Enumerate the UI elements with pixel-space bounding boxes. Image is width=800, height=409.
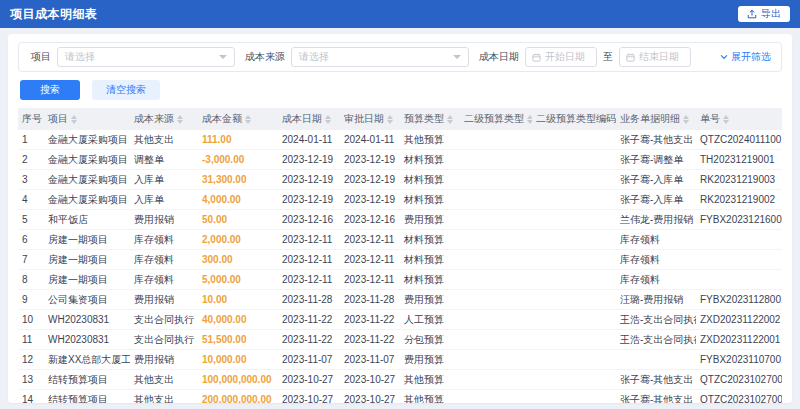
table-cell: 费用报销 xyxy=(130,350,198,370)
table-cell xyxy=(532,270,616,290)
table-header-row: 序号项目成本来源成本金额成本日期审批日期预算类型二级预算类型二级预算类型编码业务… xyxy=(18,108,782,130)
table-cell xyxy=(532,310,616,330)
table-cell xyxy=(460,330,532,350)
table-cell xyxy=(532,370,616,390)
search-button[interactable]: 搜索 xyxy=(20,80,80,100)
table-cell: 2023-12-11 xyxy=(340,270,400,290)
table-cell: 其他预算 xyxy=(400,390,460,404)
table-row: 3金融大厦采购项目入库单31,300.002023-12-192023-12-1… xyxy=(18,170,782,190)
table-cell: 13 xyxy=(18,370,44,390)
sort-icon[interactable] xyxy=(71,115,77,124)
table-cell: 库存领料 xyxy=(616,270,696,290)
sort-icon[interactable] xyxy=(177,115,183,124)
table-cell: 分包预算 xyxy=(400,330,460,350)
column-header[interactable]: 二级预算类型编码 xyxy=(532,108,616,130)
filter-bar: 项目 请选择 成本来源 请选择 成本日期 开始日期 至 xyxy=(18,42,782,72)
table-cell: QTZC20231027002 xyxy=(696,390,782,404)
table-cell: QTZC20231027002 xyxy=(696,370,782,390)
column-label: 成本来源 xyxy=(134,113,174,124)
calendar-icon xyxy=(626,53,635,62)
table-cell: 3 xyxy=(18,170,44,190)
table-cell xyxy=(460,270,532,290)
column-header[interactable]: 审批日期 xyxy=(340,108,400,130)
table-cell xyxy=(532,190,616,210)
table-cell xyxy=(532,330,616,350)
table-cell: 51,500.00 xyxy=(198,330,278,350)
table-cell: 结转预算项目 xyxy=(44,370,130,390)
column-label: 预算类型 xyxy=(404,113,444,124)
table-cell xyxy=(696,270,782,290)
table-cell: 40,000.00 xyxy=(198,310,278,330)
sort-icon[interactable] xyxy=(245,115,251,124)
table-cell: 入库单 xyxy=(130,170,198,190)
end-date-input[interactable]: 结束日期 xyxy=(619,47,691,67)
expand-filter-link[interactable]: 展开筛选 xyxy=(720,50,771,64)
sort-icon[interactable] xyxy=(325,115,331,124)
date-filter-label: 成本日期 xyxy=(479,50,519,64)
table-cell: 材料预算 xyxy=(400,270,460,290)
clear-search-button[interactable]: 清空搜索 xyxy=(92,80,160,100)
column-header[interactable]: 项目 xyxy=(44,108,130,130)
column-header[interactable]: 业务单据明细 xyxy=(616,108,696,130)
table-cell: 金融大厦采购项目 xyxy=(44,170,130,190)
table-cell: 2023-12-19 xyxy=(340,170,400,190)
table-cell xyxy=(532,170,616,190)
table-cell: 张子骞-其他支出 xyxy=(616,370,696,390)
table-cell: 王浩-支出合同执行 xyxy=(616,310,696,330)
chevron-down-icon xyxy=(453,55,461,59)
sort-icon[interactable] xyxy=(447,115,453,124)
column-header[interactable]: 成本日期 xyxy=(278,108,340,130)
table-cell: 4 xyxy=(18,190,44,210)
table-cell xyxy=(460,350,532,370)
table-cell: 2023-10-27 xyxy=(340,390,400,404)
table-cell: 2023-11-22 xyxy=(340,310,400,330)
table-row: 4金融大厦采购项目入库单4,000.002023-12-192023-12-19… xyxy=(18,190,782,210)
cost-source-select[interactable]: 请选择 xyxy=(291,47,469,67)
chevron-down-icon xyxy=(720,53,728,61)
table-cell: 11 xyxy=(18,330,44,350)
column-label: 成本日期 xyxy=(282,113,322,124)
table-cell: 2023-11-07 xyxy=(340,350,400,370)
table-cell: 2023-12-19 xyxy=(340,190,400,210)
table-cell: 2023-10-27 xyxy=(278,370,340,390)
table-row: 5和平饭店费用报销50.002023-12-162023-12-16费用预算兰伟… xyxy=(18,210,782,230)
table-cell xyxy=(460,130,532,150)
table-cell: 支出合同执行 xyxy=(130,310,198,330)
table-cell xyxy=(460,370,532,390)
table-cell: 张子骞-其他支出 xyxy=(616,130,696,150)
project-filter-label: 项目 xyxy=(31,50,51,64)
table-cell: 12 xyxy=(18,350,44,370)
project-select[interactable]: 请选择 xyxy=(57,47,235,67)
column-header[interactable]: 单号 xyxy=(696,108,782,130)
export-button[interactable]: 导出 xyxy=(738,6,790,22)
sort-icon[interactable] xyxy=(387,115,393,124)
table-cell: 材料预算 xyxy=(400,250,460,270)
table-cell xyxy=(460,210,532,230)
table-cell: 200,000,000.00 xyxy=(198,390,278,404)
table-cell: 2023-12-19 xyxy=(340,150,400,170)
table-cell xyxy=(460,290,532,310)
table-cell xyxy=(460,170,532,190)
column-header[interactable]: 预算类型 xyxy=(400,108,460,130)
table-cell xyxy=(532,210,616,230)
table-cell: 汪璐-费用报销 xyxy=(616,290,696,310)
column-header[interactable]: 成本来源 xyxy=(130,108,198,130)
table-cell: 2023-11-07 xyxy=(278,350,340,370)
table-cell xyxy=(460,310,532,330)
page-title: 项目成本明细表 xyxy=(10,6,98,23)
column-header[interactable]: 二级预算类型 xyxy=(460,108,532,130)
table-row: 13结转预算项目其他支出100,000,000.002023-10-272023… xyxy=(18,370,782,390)
project-select-placeholder: 请选择 xyxy=(65,50,95,64)
column-header[interactable]: 成本金额 xyxy=(198,108,278,130)
table-cell: 7 xyxy=(18,250,44,270)
source-filter-label: 成本来源 xyxy=(245,50,285,64)
start-date-input[interactable]: 开始日期 xyxy=(525,47,597,67)
sort-icon[interactable] xyxy=(723,115,729,124)
table-cell xyxy=(616,350,696,370)
table-cell: 2023-12-11 xyxy=(340,250,400,270)
table-cell: 2023-12-16 xyxy=(340,210,400,230)
table-cell: 2023-12-11 xyxy=(340,230,400,250)
sort-icon[interactable] xyxy=(683,115,689,124)
table-cell: 2023-12-19 xyxy=(278,150,340,170)
sort-icon[interactable] xyxy=(527,115,532,124)
